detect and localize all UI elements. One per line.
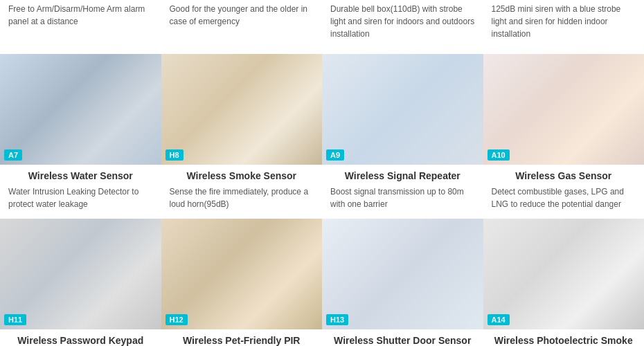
product-badge-a10: A10 — [488, 149, 510, 161]
top-desc-4: 125dB mini siren with a blue strobe ligh… — [483, 0, 645, 46]
product-desc-a7: Water Intrusion Leaking Detector to prot… — [8, 185, 153, 210]
product-badge-h13: H13 — [326, 314, 348, 325]
product-badge-h8: H8 — [166, 149, 184, 161]
product-card-a7[interactable]: A7Wireless Water SensorWater Intrusion L… — [0, 54, 161, 219]
product-desc-h8: Sense the fire immediately, produce a lo… — [170, 185, 314, 210]
product-grid-row2: H11Wireless Password KeypadH12Wireless P… — [0, 219, 644, 346]
product-image-a14: A14 — [483, 219, 645, 329]
product-info-h12: Wireless Pet-Friendly PIR — [161, 329, 323, 346]
product-badge-a7: A7 — [4, 149, 22, 161]
product-info-h13: Wireless Shutter Door Sensor — [322, 329, 483, 346]
product-badge-a9: A9 — [326, 149, 344, 161]
product-image-h8: H8 — [161, 54, 323, 165]
product-name-h8: Wireless Smoke Sensor — [170, 170, 314, 181]
product-name-a7: Wireless Water Sensor — [8, 170, 153, 181]
product-desc-a10: Detect combustible gases, LPG and LNG to… — [492, 185, 636, 210]
product-card-h12[interactable]: H12Wireless Pet-Friendly PIR — [161, 219, 323, 346]
product-image-a9: A9 — [322, 54, 483, 165]
top-desc-3: Durable bell box(110dB) with strobe ligh… — [322, 0, 483, 46]
top-descriptions-row: Free to Arm/Disarm/Home Arm alarm panel … — [0, 0, 644, 54]
product-card-h8[interactable]: H8Wireless Smoke SensorSense the fire im… — [161, 54, 323, 219]
product-info-h11: Wireless Password Keypad — [0, 329, 161, 346]
product-card-h11[interactable]: H11Wireless Password Keypad — [0, 219, 161, 346]
product-desc-a9: Boost signal transmission up to 80m with… — [330, 185, 475, 210]
product-badge-h12: H12 — [166, 314, 188, 325]
product-name-a14: Wireless Photoelectric Smoke Sensor — [492, 335, 636, 346]
product-card-a10[interactable]: A10Wireless Gas SensorDetect combustible… — [483, 54, 645, 219]
product-card-a14[interactable]: A14Wireless Photoelectric Smoke Sensor — [483, 219, 645, 346]
product-info-a10: Wireless Gas SensorDetect combustible ga… — [483, 165, 645, 219]
product-image-h13: H13 — [322, 219, 483, 329]
product-card-a9[interactable]: A9Wireless Signal RepeaterBoost signal t… — [322, 54, 483, 219]
product-name-h11: Wireless Password Keypad — [8, 335, 153, 346]
product-grid-row1: A7Wireless Water SensorWater Intrusion L… — [0, 54, 644, 219]
product-badge-a14: A14 — [488, 314, 510, 325]
product-image-a7: A7 — [0, 54, 161, 165]
top-desc-1: Free to Arm/Disarm/Home Arm alarm panel … — [0, 0, 161, 46]
product-image-h11: H11 — [0, 219, 161, 329]
product-name-h12: Wireless Pet-Friendly PIR — [170, 335, 314, 346]
product-info-a14: Wireless Photoelectric Smoke Sensor — [483, 329, 645, 346]
product-info-a9: Wireless Signal RepeaterBoost signal tra… — [322, 165, 483, 219]
product-card-h13[interactable]: H13Wireless Shutter Door Sensor — [322, 219, 483, 346]
product-info-h8: Wireless Smoke SensorSense the fire imme… — [161, 165, 323, 219]
product-name-h13: Wireless Shutter Door Sensor — [330, 335, 475, 346]
product-badge-h11: H11 — [4, 314, 26, 325]
product-name-a9: Wireless Signal Repeater — [330, 170, 475, 181]
product-info-a7: Wireless Water SensorWater Intrusion Lea… — [0, 165, 161, 219]
product-image-a10: A10 — [483, 54, 645, 165]
product-image-h12: H12 — [161, 219, 323, 329]
top-desc-2: Good for the younger and the older in ca… — [161, 0, 323, 46]
product-name-a10: Wireless Gas Sensor — [492, 170, 636, 181]
